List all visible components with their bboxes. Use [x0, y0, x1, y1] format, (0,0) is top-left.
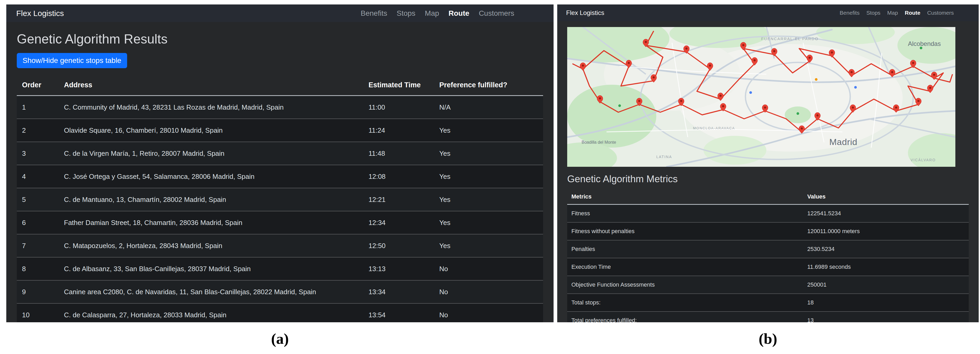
time-cell: 11:00	[363, 96, 434, 119]
time-cell: 13:13	[363, 257, 434, 280]
header-metrics: Metrics	[567, 189, 803, 204]
time-cell: 11:48	[363, 142, 434, 165]
table-row: 1 C. Community of Madrid, 43, 28231 Las …	[17, 96, 543, 119]
table-row: 6 Father Damian Street, 18, Chamartin, 2…	[17, 211, 543, 234]
address-cell: C. de Mantuano, 13, Chamartín, 28002 Mad…	[59, 188, 363, 211]
metric-name-cell: Total stops:	[567, 294, 803, 311]
metric-name-cell: Execution Time	[567, 258, 803, 276]
figure-label-a: (a)	[6, 330, 554, 348]
preference-cell: No	[434, 303, 543, 322]
map-label-alcobendas: Alcobendas	[908, 40, 941, 47]
preference-cell: Yes	[434, 165, 543, 188]
time-cell: 12:21	[363, 188, 434, 211]
nav-item-customers[interactable]: Customers	[927, 10, 954, 16]
table-row: 2 Olavide Square, 16, Chamberí, 28010 Ma…	[17, 119, 543, 142]
metrics-title: Genetic Algorithm Metrics	[567, 174, 979, 185]
order-cell: 7	[17, 234, 59, 257]
nav-item-map[interactable]: Map	[425, 9, 439, 18]
time-cell: 13:34	[363, 280, 434, 303]
map-label-latina: LATINA	[656, 155, 672, 159]
table-row: 10 C. de Calasparra, 27, Hortaleza, 2803…	[17, 303, 543, 322]
stops-table: Order Address Estimated Time Preference …	[17, 75, 543, 322]
header-address: Address	[59, 75, 363, 96]
metric-value-cell: 13	[803, 311, 969, 322]
metrics-row: Execution Time 11.6989 seconds	[567, 258, 969, 276]
time-cell: 13:54	[363, 303, 434, 322]
metric-value-cell: 11.6989 seconds	[803, 258, 969, 276]
toggle-stops-table-button[interactable]: Show/Hide genetic stops table	[17, 53, 127, 68]
order-cell: 9	[17, 280, 59, 303]
preference-cell: Yes	[434, 211, 543, 234]
metric-value-cell: 250001	[803, 276, 969, 294]
nav-item-stops[interactable]: Stops	[866, 10, 880, 16]
order-cell: 4	[17, 165, 59, 188]
order-cell: 1	[17, 96, 59, 119]
nav-item-benefits[interactable]: Benefits	[361, 9, 387, 18]
address-cell: Father Damian Street, 18, Chamartin, 280…	[59, 211, 363, 234]
order-cell: 2	[17, 119, 59, 142]
header-order: Order	[17, 75, 59, 96]
table-row: 5 C. de Mantuano, 13, Chamartín, 28002 M…	[17, 188, 543, 211]
nav-item-route[interactable]: Route	[905, 10, 921, 16]
nav-items: Benefits Stops Map Route Customers	[361, 9, 514, 18]
figure-page: Flex Logistics Benefits Stops Map Route …	[0, 0, 980, 354]
map-label-boadilla: Boadilla del Monte	[582, 140, 616, 145]
preference-cell: Yes	[434, 119, 543, 142]
address-cell: Olavide Square, 16, Chamberí, 28010 Madr…	[59, 119, 363, 142]
map-label-vicalvaro: VICÁLVARO	[910, 158, 936, 162]
metrics-row: Objective Function Assessments 250001	[567, 276, 969, 294]
nav-item-customers[interactable]: Customers	[479, 9, 514, 18]
header-values: Values	[803, 189, 969, 204]
address-cell: C. José Ortega y Gasset, 54, Salamanca, …	[59, 165, 363, 188]
table-row: 7 C. Matapozuelos, 2, Hortaleza, 28043 M…	[17, 234, 543, 257]
preference-cell: No	[434, 280, 543, 303]
metric-value-cell: 2530.5234	[803, 240, 969, 258]
metric-value-cell: 120011.0000 meters	[803, 222, 969, 240]
nav-items: Benefits Stops Map Route Customers	[840, 10, 954, 16]
header-estimated-time: Estimated Time	[363, 75, 434, 96]
table-row: 3 C. de la Virgen María, 1, Retiro, 2800…	[17, 142, 543, 165]
nav-item-route[interactable]: Route	[449, 9, 469, 18]
address-cell: C. Community of Madrid, 43, 28231 Las Ro…	[59, 96, 363, 119]
address-cell: C. de Calasparra, 27, Hortaleza, 28033 M…	[59, 303, 363, 322]
map-label-fuencarral: FUENCARRAL-EL PARDO	[761, 37, 819, 41]
metrics-row: Total preferences fulfilled: 13	[567, 311, 969, 322]
brand-link[interactable]: Flex Logistics	[16, 9, 64, 18]
address-cell: Canine area C2080, C. de Navaridas, 11, …	[59, 280, 363, 303]
time-cell: 12:08	[363, 165, 434, 188]
address-cell: C. de la Virgen María, 1, Retiro, 28007 …	[59, 142, 363, 165]
screenshot-panel-a: Flex Logistics Benefits Stops Map Route …	[6, 5, 554, 322]
nav-item-benefits[interactable]: Benefits	[840, 10, 860, 16]
metric-name-cell: Fitness	[567, 204, 803, 223]
preference-cell: Yes	[434, 234, 543, 257]
metric-name-cell: Fitness without penalties	[567, 222, 803, 240]
order-cell: 8	[17, 257, 59, 280]
metrics-row: Penalties 2530.5234	[567, 240, 969, 258]
order-cell: 6	[17, 211, 59, 234]
address-cell: C. Matapozuelos, 2, Hortaleza, 28043 Mad…	[59, 234, 363, 257]
page-title: Genetic Algorithm Results	[17, 32, 543, 47]
metrics-row: Total stops: 18	[567, 294, 969, 311]
route-map[interactable]: Madrid Alcobendas FUENCARRAL-EL PARDO VI…	[567, 27, 955, 167]
metric-name-cell: Total preferences fulfilled:	[567, 311, 803, 322]
metric-name-cell: Objective Function Assessments	[567, 276, 803, 294]
brand-link[interactable]: Flex Logistics	[566, 9, 604, 16]
nav-item-stops[interactable]: Stops	[396, 9, 415, 18]
metric-value-cell: 122541.5234	[803, 204, 969, 223]
figure-label-b: (b)	[557, 330, 979, 348]
time-cell: 11:24	[363, 119, 434, 142]
order-cell: 3	[17, 142, 59, 165]
map-label-madrid: Madrid	[829, 137, 858, 147]
table-row: 4 C. José Ortega y Gasset, 54, Salamanca…	[17, 165, 543, 188]
metrics-row: Fitness without penalties 120011.0000 me…	[567, 222, 969, 240]
preference-cell: Yes	[434, 188, 543, 211]
time-cell: 12:34	[363, 211, 434, 234]
header-preference: Preference fulfilled?	[434, 75, 543, 96]
map-label-moncloa: MONCLOA-ARAVACA	[693, 126, 735, 130]
preference-cell: No	[434, 257, 543, 280]
nav-item-map[interactable]: Map	[887, 10, 898, 16]
metric-name-cell: Penalties	[567, 240, 803, 258]
metrics-row: Fitness 122541.5234	[567, 204, 969, 223]
order-cell: 5	[17, 188, 59, 211]
address-cell: C. de Albasanz, 33, San Blas-Canillejas,…	[59, 257, 363, 280]
